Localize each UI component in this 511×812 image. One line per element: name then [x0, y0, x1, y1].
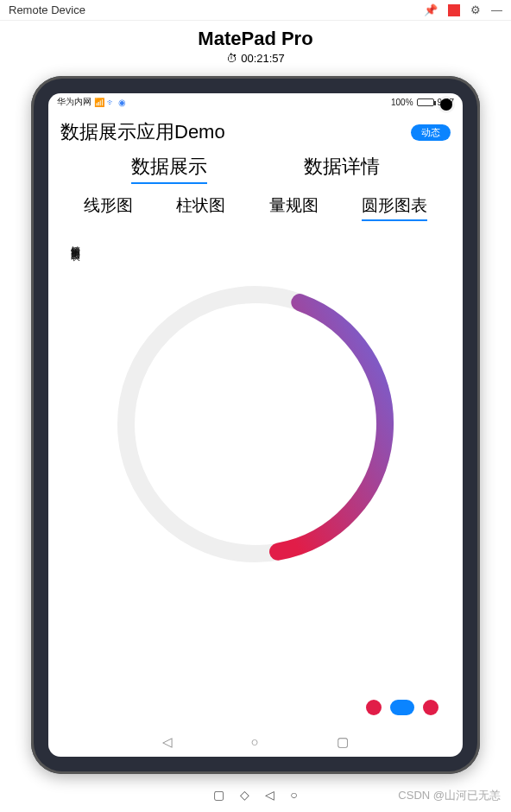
camera-hole-icon [440, 98, 452, 111]
subtab-bar[interactable]: 柱状图 [176, 194, 225, 221]
chart-vertical-label: 销量类圆形图表 [69, 238, 82, 244]
subtab-gauge[interactable]: 量规图 [269, 194, 319, 221]
chart-area: 销量类圆形图表 [48, 238, 463, 610]
nav-back-icon[interactable]: ◁ [162, 734, 173, 750]
subtab-ring[interactable]: 圆形图表 [362, 194, 427, 221]
tab-data-display[interactable]: 数据展示 [131, 154, 207, 184]
battery-icon [417, 98, 434, 106]
tool-screenshot-icon[interactable]: ▢ [213, 788, 224, 802]
wifi-icon: ᯤ [107, 98, 116, 107]
minimize-icon[interactable]: — [491, 3, 502, 16]
dynamic-pill-button[interactable]: 动态 [411, 124, 451, 141]
host-header: MatePad Pro ⏱ 00:21:57 [0, 28, 511, 66]
tool-home-icon[interactable]: ○ [290, 788, 297, 802]
signal-icon: 📶 [94, 98, 104, 107]
device-frame: 华为内网 📶 ᯤ ◉ 100% 9:47 数据展示应用Demo 动态 数据展示 … [31, 76, 480, 774]
pin-icon[interactable]: 📌 [424, 3, 438, 16]
pager-dot-1[interactable] [366, 700, 382, 715]
window-title: Remote Device [9, 3, 85, 16]
watermark: CSDN @山河已无恙 [398, 788, 501, 803]
pager-dots[interactable] [366, 700, 438, 715]
subtab-line[interactable]: 线形图 [84, 194, 133, 221]
nav-home-icon[interactable]: ○ [250, 734, 258, 750]
session-timer: 00:21:57 [241, 52, 285, 65]
battery-pct: 100% [391, 98, 413, 107]
ring-arc [278, 302, 385, 552]
device-name: MatePad Pro [0, 28, 511, 50]
carrier-label: 华为内网 [57, 96, 91, 108]
pager-current[interactable] [390, 700, 414, 715]
app-title: 数据展示应用Demo [60, 119, 225, 145]
pager-dot-3[interactable] [423, 700, 438, 715]
ring-chart [100, 269, 411, 580]
tool-back-icon[interactable]: ◁ [265, 788, 274, 802]
stop-button[interactable] [448, 4, 460, 16]
host-toolbar: ▢ ◇ ◁ ○ [213, 788, 297, 802]
tool-rotate-icon[interactable]: ◇ [240, 788, 249, 802]
status-bar: 华为内网 📶 ᯤ ◉ 100% 9:47 [48, 93, 463, 111]
nav-recent-icon[interactable]: ▢ [337, 734, 349, 750]
tab-data-detail[interactable]: 数据详情 [304, 154, 380, 184]
gear-icon[interactable]: ⚙ [470, 3, 481, 16]
location-icon: ◉ [118, 98, 126, 107]
timer-icon: ⏱ [226, 52, 237, 65]
